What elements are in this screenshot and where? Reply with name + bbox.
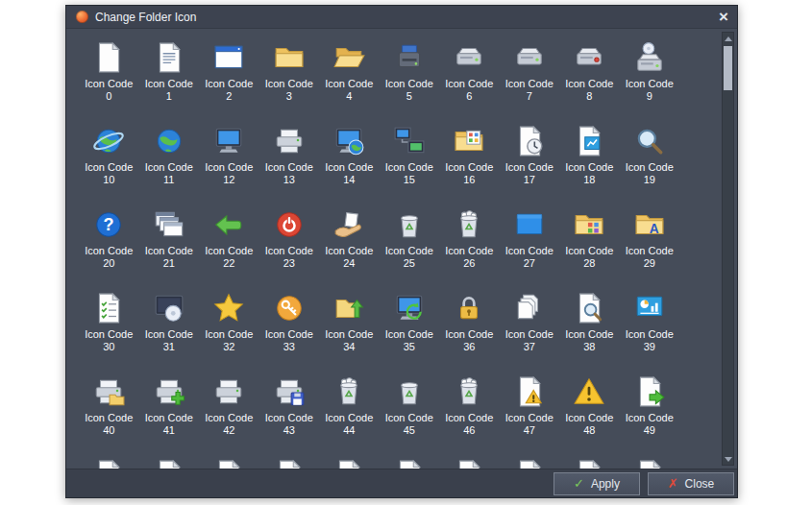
icon-grid-item[interactable]: Icon Code17	[500, 120, 560, 204]
close-icon[interactable]: ×	[719, 9, 728, 25]
icon-grid-item[interactable]: Icon Code43	[259, 371, 320, 454]
icon-grid-item[interactable]: Icon Code55	[380, 454, 440, 469]
icon-code-label: Icon Code30	[85, 328, 133, 353]
icon-grid-item[interactable]: Icon Code45	[380, 371, 440, 454]
icon-grid-item[interactable]: Icon Code50	[79, 454, 139, 469]
folder-icon	[273, 41, 306, 74]
lock-icon	[453, 292, 485, 325]
scroll-down-arrow-icon[interactable]	[723, 453, 733, 465]
printer-add-icon	[153, 375, 185, 408]
icon-grid-item[interactable]: Icon Code58	[559, 454, 620, 469]
icon-grid-item[interactable]: Icon Code13	[259, 120, 320, 204]
icon-grid-item[interactable]: Icon Code47	[500, 371, 560, 454]
icon-grid-item[interactable]: Icon Code16	[439, 120, 500, 204]
folder-open-icon	[332, 41, 365, 74]
change-folder-icon-dialog: Change Folder Icon × Icon Code0 Icon Cod…	[65, 5, 738, 498]
bin-full-icon	[332, 375, 365, 408]
icon-code-label: Icon Code14	[325, 161, 373, 186]
icon-grid-item[interactable]: Icon Code28	[559, 204, 620, 287]
icon-grid-item[interactable]: Icon Code51	[139, 454, 200, 469]
icon-code-label: Icon Code43	[265, 412, 313, 437]
icon-grid-item[interactable]: Icon Code59	[620, 454, 680, 469]
icon-grid-item[interactable]: Icon Code20	[79, 204, 139, 287]
icon-grid-item[interactable]: Icon Code14	[319, 120, 380, 204]
icon-grid-item[interactable]: Icon Code48	[559, 371, 620, 454]
icon-grid-item[interactable]: Icon Code26	[439, 204, 500, 287]
icon-grid-item[interactable]: Icon Code6	[439, 36, 500, 120]
chart-screen-icon	[633, 292, 666, 325]
icon-grid-item[interactable]: Icon Code7	[500, 36, 560, 120]
icon-code-label: Icon Code27	[505, 245, 554, 270]
page-icon	[453, 459, 485, 469]
icon-code-label: Icon Code35	[385, 328, 433, 353]
icon-grid-item[interactable]: Icon Code24	[319, 204, 380, 287]
icon-grid-item[interactable]: Icon Code44	[319, 371, 380, 454]
icon-grid-item[interactable]: Icon Code29	[620, 204, 680, 287]
icon-code-label: Icon Code5	[385, 78, 433, 103]
icon-grid-item[interactable]: Icon Code33	[259, 287, 320, 371]
icon-code-label: Icon Code48	[565, 412, 613, 437]
folder-files-icon	[453, 125, 485, 157]
icon-grid-item[interactable]: Icon Code30	[79, 287, 139, 371]
icon-code-label: Icon Code18	[565, 161, 613, 186]
icon-code-label: Icon Code15	[385, 161, 433, 186]
icon-code-label: Icon Code29	[626, 245, 674, 270]
icon-grid-item[interactable]: Icon Code22	[199, 204, 259, 287]
page-icon	[332, 459, 365, 469]
icon-code-label: Icon Code0	[85, 78, 133, 103]
icon-grid-item[interactable]: Icon Code18	[559, 120, 620, 204]
icon-grid-item[interactable]: Icon Code46	[439, 371, 500, 454]
apply-button[interactable]: ✓ Apply	[554, 472, 640, 495]
icon-grid-item[interactable]: Icon Code0	[79, 36, 139, 120]
icon-grid-item[interactable]: Icon Code52	[199, 454, 259, 469]
icon-code-label: Icon Code45	[385, 412, 433, 437]
icon-grid-item[interactable]: Icon Code27	[500, 204, 560, 287]
icon-grid-item[interactable]: Icon Code53	[259, 454, 320, 469]
icon-grid-item[interactable]: Icon Code36	[439, 287, 500, 371]
icon-grid-item[interactable]: Icon Code57	[500, 454, 560, 469]
bin-full-icon	[453, 208, 485, 241]
icon-grid-item[interactable]: Icon Code35	[380, 287, 440, 371]
windows-stack-icon	[153, 208, 185, 241]
icon-grid-item[interactable]: Icon Code56	[439, 454, 500, 469]
icon-code-label: Icon Code16	[445, 161, 493, 186]
icon-grid-item[interactable]: Icon Code3	[259, 36, 320, 120]
icon-grid-item[interactable]: Icon Code8	[559, 36, 620, 120]
icon-grid-item[interactable]: Icon Code40	[79, 371, 139, 454]
icon-grid-item[interactable]: Icon Code15	[380, 120, 440, 204]
icon-grid-item[interactable]: Icon Code4	[319, 36, 380, 120]
magnifier-icon	[633, 125, 666, 157]
icon-code-label: Icon Code47	[505, 412, 554, 437]
icon-grid-item[interactable]: Icon Code41	[139, 371, 200, 454]
icon-grid-item[interactable]: Icon Code1	[139, 36, 200, 120]
icon-grid-item[interactable]: Icon Code32	[199, 287, 259, 371]
icon-code-label: Icon Code17	[505, 161, 554, 186]
icon-grid-item[interactable]: Icon Code23	[259, 204, 320, 287]
icon-grid-item[interactable]: Icon Code42	[199, 371, 259, 454]
icon-grid-item[interactable]: Icon Code39	[620, 287, 680, 371]
scrollbar[interactable]	[722, 32, 734, 466]
titlebar[interactable]: Change Folder Icon ×	[66, 6, 737, 29]
icon-grid-item[interactable]: Icon Code34	[319, 287, 380, 371]
icon-grid-item[interactable]: Icon Code11	[139, 120, 200, 204]
icon-grid-item[interactable]: Icon Code54	[319, 454, 380, 469]
icon-grid-item[interactable]: Icon Code5	[380, 36, 440, 120]
icon-grid-item[interactable]: Icon Code19	[620, 120, 680, 204]
icon-grid-item[interactable]: Icon Code25	[380, 204, 440, 287]
docs-stack-icon	[513, 292, 546, 325]
icon-grid-item[interactable]: Icon Code12	[199, 120, 259, 204]
icon-grid-item[interactable]: Icon Code37	[500, 287, 560, 371]
icon-grid-item[interactable]: Icon Code38	[559, 287, 620, 371]
icon-grid-item[interactable]: Icon Code31	[139, 287, 200, 371]
icon-grid-item[interactable]: Icon Code9	[620, 36, 680, 120]
icon-grid-container: Icon Code0 Icon Code1 Icon Code2 Icon Co…	[66, 29, 737, 469]
scrollbar-thumb[interactable]	[724, 46, 732, 90]
icon-code-label: Icon Code32	[205, 328, 253, 353]
icon-grid-item[interactable]: Icon Code10	[79, 120, 139, 204]
scroll-up-arrow-icon[interactable]	[723, 33, 733, 44]
icon-grid-item[interactable]: Icon Code2	[199, 36, 259, 120]
icon-grid-item[interactable]: Icon Code49	[620, 371, 680, 454]
close-button[interactable]: ✗ Close	[648, 472, 734, 495]
apply-button-label: Apply	[591, 477, 620, 491]
icon-grid-item[interactable]: Icon Code21	[139, 204, 200, 287]
